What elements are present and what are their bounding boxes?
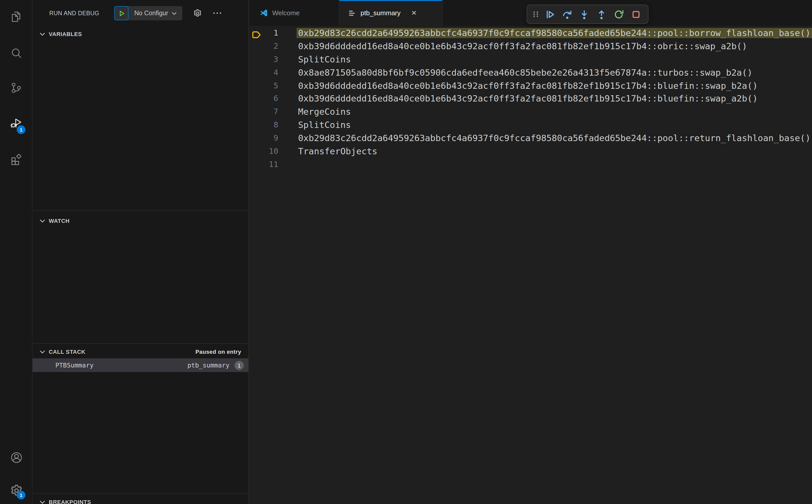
line-number-gutter[interactable]: 1 — [249, 28, 296, 38]
watch-section-header[interactable]: WATCH — [32, 213, 248, 228]
debug-continue-icon — [544, 9, 555, 20]
line-number-gutter[interactable]: 7 — [249, 107, 296, 116]
code-line[interactable]: 1 0xb29d83c26cdd2a64959263abbcfc4a6937f0… — [249, 26, 812, 40]
gripper-icon — [531, 10, 540, 19]
debug-step-into-icon — [579, 9, 589, 20]
tab-welcome[interactable]: Welcome — [249, 0, 339, 26]
code-text[interactable]: 0xb39d6dddedd16ed8a40ce0b1e6b43c92acf0ff… — [296, 80, 812, 91]
start-debugging-button[interactable] — [114, 6, 129, 20]
config-dropdown[interactable]: No Configur — [129, 10, 182, 17]
code-line[interactable]: 20xb39d6dddedd16ed8a40ce0b1e6b43c92acf0f… — [249, 40, 812, 53]
continue-button[interactable] — [541, 6, 558, 23]
code-text[interactable]: 0xb29d83c26cdd2a64959263abbcfc4a6937f0c9… — [296, 28, 812, 38]
code-line[interactable]: 40x8ae871505a80d8bf6bf9c05906cda6edfeea4… — [249, 66, 812, 79]
sidebar-item-extensions[interactable] — [0, 149, 32, 169]
code-text[interactable]: SplitCoins — [296, 54, 812, 64]
line-number: 1 — [273, 28, 278, 38]
line-number-gutter[interactable]: 8 — [249, 120, 296, 129]
section-divider — [32, 493, 248, 494]
breakpoints-section-label: BREAKPOINTS — [49, 499, 91, 504]
source-control-icon — [10, 81, 23, 94]
chevron-down-icon — [40, 350, 45, 354]
line-number-gutter[interactable]: 11 — [249, 160, 296, 169]
line-number: 6 — [273, 94, 278, 103]
code-text[interactable]: SplitCoins — [296, 120, 812, 130]
line-number: 5 — [273, 81, 278, 90]
section-divider — [32, 210, 248, 211]
activity-bar: 1 1 — [0, 0, 32, 504]
line-number: 11 — [269, 160, 278, 169]
line-number: 9 — [273, 133, 278, 143]
stack-frame-name: PTBSummary — [32, 361, 94, 369]
editor-content[interactable]: 1 0xb29d83c26cdd2a64959263abbcfc4a6937f0… — [249, 26, 812, 504]
call-stack-frame-row[interactable]: PTBSummary ptb_summary 1 — [32, 358, 248, 372]
code-line[interactable]: 11 — [249, 158, 812, 171]
section-divider — [32, 343, 248, 344]
restart-button[interactable] — [610, 6, 627, 23]
ellipsis-icon: ··· — [213, 9, 222, 18]
accounts-button[interactable] — [0, 447, 32, 467]
variables-section-label: VARIABLES — [49, 31, 82, 37]
tab-welcome-label: Welcome — [272, 9, 299, 17]
search-icon — [10, 47, 23, 60]
line-number-gutter[interactable]: 4 — [249, 68, 296, 77]
list-icon — [348, 9, 356, 17]
debug-step-out-icon — [596, 9, 607, 20]
sidebar-title: RUN AND DEBUG — [49, 10, 99, 16]
paused-status-text: Paused on entry — [195, 349, 241, 355]
vscode-window: 1 1 RUN AND DEBUG — [0, 0, 812, 504]
tab-ptb-summary[interactable]: ptb_summary ✕ — [339, 0, 443, 26]
line-number: 10 — [269, 147, 278, 156]
line-number-gutter[interactable]: 2 — [249, 42, 296, 51]
call-stack-section-header[interactable]: CALL STACK Paused on entry — [32, 344, 248, 359]
tab-ptb-summary-label: ptb_summary — [360, 9, 401, 17]
line-number-gutter[interactable]: 10 — [249, 147, 296, 156]
line-number-gutter[interactable]: 6 — [249, 94, 296, 103]
line-number-gutter[interactable]: 3 — [249, 55, 296, 64]
code-text[interactable]: 0xb39d6dddedd16ed8a40ce0b1e6b43c92acf0ff… — [296, 41, 812, 51]
sidebar-item-search[interactable] — [0, 43, 32, 63]
sidebar-item-run-and-debug[interactable]: 1 — [0, 113, 32, 133]
code-line[interactable]: 7MergeCoins — [249, 105, 812, 119]
code-line[interactable]: 90xb29d83c26cdd2a64959263abbcfc4a6937f0c… — [249, 131, 812, 145]
code-line[interactable]: 10TransferObjects — [249, 145, 812, 158]
code-line[interactable]: 50xb39d6dddedd16ed8a40ce0b1e6b43c92acf0f… — [249, 79, 812, 92]
close-icon[interactable]: ✕ — [411, 9, 417, 17]
code-text[interactable]: TransferObjects — [296, 146, 812, 156]
debug-stackframe-arrow-icon — [252, 30, 261, 40]
line-number: 7 — [273, 107, 278, 116]
chevron-down-icon — [172, 11, 177, 15]
code-line[interactable]: 8SplitCoins — [249, 118, 812, 131]
code-text[interactable]: 0xb29d83c26cdd2a64959263abbcfc4a6937f0c9… — [296, 133, 812, 143]
debug-settings-button[interactable] — [193, 9, 202, 18]
call-stack-section-label: CALL STACK — [49, 349, 86, 355]
code-line[interactable]: 3SplitCoins — [249, 53, 812, 66]
step-over-button[interactable] — [558, 6, 575, 23]
stop-button[interactable] — [627, 6, 644, 23]
step-into-button[interactable] — [575, 6, 593, 23]
sidebar-item-source-control[interactable] — [0, 78, 32, 98]
code-text[interactable]: 0x8ae871505a80d8bf6bf9c05906cda6edfeea46… — [296, 67, 812, 77]
line-number-gutter[interactable]: 5 — [249, 81, 296, 90]
code-text[interactable]: MergeCoins — [296, 107, 812, 117]
stack-frame-meta: ptb_summary 1 — [187, 361, 248, 370]
views-more-actions-button[interactable]: ··· — [213, 9, 222, 18]
chevron-down-icon — [40, 219, 45, 223]
step-out-button[interactable] — [593, 6, 610, 23]
editor-group: Welcome ptb_summary ✕ — [249, 0, 812, 504]
sidebar-item-explorer[interactable] — [0, 7, 32, 27]
toolbar-drag-handle[interactable] — [531, 6, 541, 23]
code-text[interactable]: 0xb39d6dddedd16ed8a40ce0b1e6b43c92acf0ff… — [296, 94, 812, 104]
debug-count-badge: 1 — [17, 125, 25, 134]
stack-frame-badge: 1 — [235, 361, 244, 370]
play-icon — [118, 9, 125, 17]
line-number: 8 — [273, 120, 278, 129]
settings-gear-button[interactable]: 1 — [0, 480, 32, 500]
run-and-debug-sidebar: RUN AND DEBUG No Configur — [32, 0, 249, 504]
breakpoints-section-header[interactable]: BREAKPOINTS — [32, 494, 248, 504]
line-number: 4 — [273, 68, 278, 77]
line-number-gutter[interactable]: 9 — [249, 133, 296, 143]
variables-section-header[interactable]: VARIABLES — [32, 26, 248, 42]
config-dropdown-value: No Configur — [134, 10, 168, 17]
code-line[interactable]: 60xb39d6dddedd16ed8a40ce0b1e6b43c92acf0f… — [249, 92, 812, 105]
